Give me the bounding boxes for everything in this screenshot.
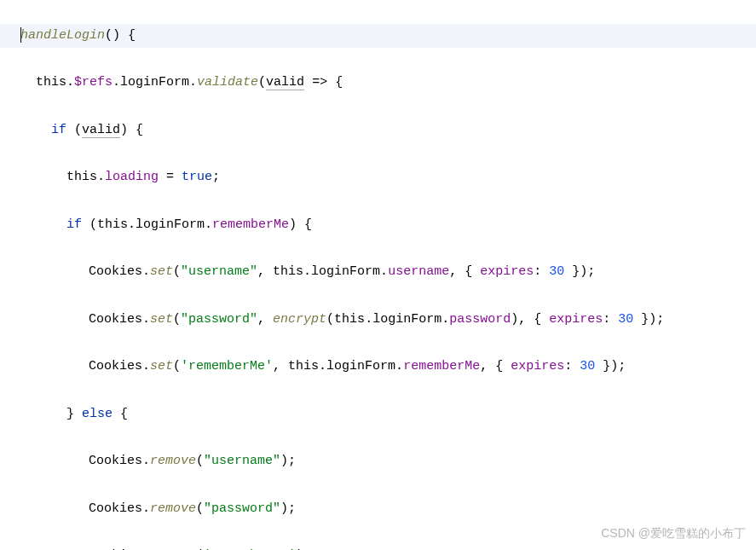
code-line[interactable]: Cookies.set("password", encrypt(this.log… (0, 308, 756, 332)
code-line[interactable]: this.loading = true; (0, 165, 756, 189)
code-line[interactable]: if (valid) { (0, 119, 756, 142)
code-line[interactable]: Cookies.remove("password"); (0, 497, 756, 521)
code-editor[interactable]: handleLogin() { this.$refs.loginForm.val… (0, 0, 756, 550)
code-line[interactable]: this.$refs.loginForm.validate(valid => { (0, 71, 756, 95)
watermark-text: CSDN @爱吃雪糕的小布丁 (601, 523, 746, 545)
code-line[interactable]: } else { (0, 402, 756, 426)
code-line[interactable]: if (this.loginForm.rememberMe) { (0, 213, 756, 237)
code-line[interactable]: Cookies.set("username", this.loginForm.u… (0, 260, 756, 284)
code-line[interactable]: Cookies.set('rememberMe', this.loginForm… (0, 355, 756, 379)
code-line-highlighted[interactable]: handleLogin() { (0, 24, 756, 48)
code-line[interactable]: Cookies.remove("username"); (0, 449, 756, 473)
code-line[interactable]: Cookies.remove('rememberMe'); (0, 544, 756, 550)
function-name: handleLogin (20, 28, 105, 43)
